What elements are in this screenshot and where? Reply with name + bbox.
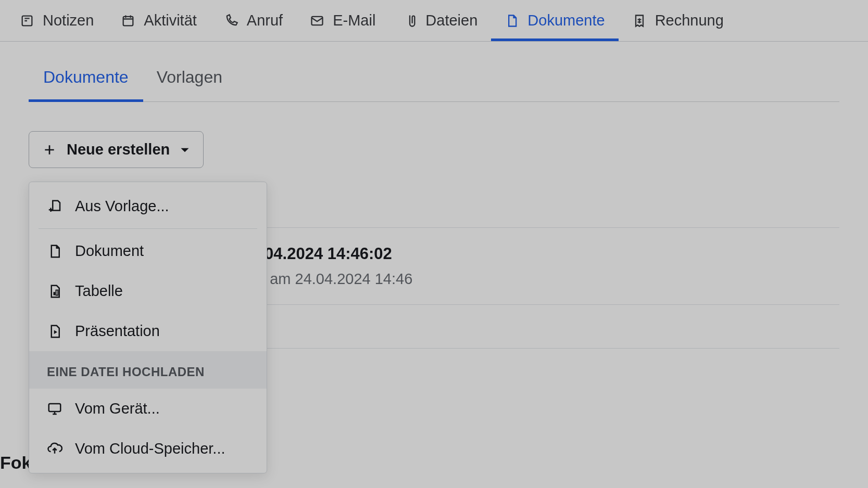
divider (39, 228, 257, 229)
phone-icon (224, 14, 238, 28)
doc-title: 24.04.2024 14:46:02 (242, 245, 839, 263)
upload-section-header: EINE DATEI HOCHLADEN (29, 351, 267, 389)
menu-document[interactable]: Dokument (29, 231, 267, 271)
tab-label: Dokumente (527, 12, 605, 29)
menu-from-cloud[interactable]: Vom Cloud-Speicher... (29, 429, 267, 469)
document-icon (505, 14, 519, 28)
cloud-upload-icon (47, 441, 62, 457)
menu-presentation[interactable]: Präsentation (29, 311, 267, 351)
mail-icon (310, 14, 324, 28)
svg-rect-1 (123, 16, 133, 25)
menu-from-template[interactable]: Aus Vorlage... (29, 186, 267, 226)
tab-call[interactable]: Anruf (210, 0, 296, 41)
tab-invoice[interactable]: Rechnung (619, 0, 737, 41)
tab-label: Anruf (247, 12, 283, 29)
menu-label: Tabelle (75, 282, 123, 300)
svg-rect-3 (54, 292, 56, 295)
chevron-down-icon (180, 145, 190, 155)
menu-from-device[interactable]: Vom Gerät... (29, 389, 267, 429)
tab-activity[interactable]: Aktivität (107, 0, 210, 41)
svg-rect-4 (56, 290, 58, 295)
create-new-button[interactable]: Neue erstellen (29, 131, 204, 168)
paperclip-icon (402, 14, 417, 28)
sub-tabs: Dokumente Vorlagen (29, 68, 839, 102)
menu-table[interactable]: Tabelle (29, 271, 267, 311)
subtab-label: Vorlagen (157, 68, 222, 86)
tab-label: Rechnung (655, 12, 724, 29)
tab-email[interactable]: E-Mail (296, 0, 389, 41)
tab-label: Notizen (43, 12, 94, 29)
menu-label: Vom Gerät... (75, 400, 160, 417)
subtab-documents[interactable]: Dokumente (43, 68, 129, 101)
tab-label: Dateien (425, 12, 477, 29)
presentation-icon (47, 324, 62, 339)
truncated-label: Fok (0, 453, 31, 473)
menu-label: Vom Cloud-Speicher... (75, 440, 225, 457)
table-icon (47, 284, 62, 299)
create-dropdown-menu: Aus Vorlage... Dokument Tabelle Präsenta… (29, 182, 267, 473)
menu-label: Präsentation (75, 323, 160, 340)
calendar-icon (121, 14, 135, 28)
menu-label: Dokument (75, 242, 144, 260)
tab-label: E-Mail (333, 12, 375, 29)
monitor-icon (47, 401, 62, 417)
tab-files[interactable]: Dateien (389, 0, 491, 41)
doc-meta: :53 (242, 322, 839, 339)
tab-label: Aktivität (144, 12, 197, 29)
subtab-templates[interactable]: Vorlagen (157, 68, 222, 101)
subtab-label: Dokumente (43, 68, 129, 86)
template-icon (47, 199, 62, 214)
svg-rect-5 (49, 404, 61, 412)
receipt-icon (632, 14, 647, 28)
doc-meta: tellt am 24.04.2024 14:46 (242, 271, 839, 288)
plus-icon (43, 143, 56, 157)
menu-label: Aus Vorlage... (75, 198, 169, 215)
tab-notes[interactable]: Notizen (6, 0, 107, 41)
tab-documents[interactable]: Dokumente (491, 0, 618, 41)
notes-icon (20, 14, 34, 28)
create-button-label: Neue erstellen (67, 141, 170, 158)
document-icon (47, 243, 62, 259)
main-tabs: Notizen Aktivität Anruf E-Mail Dateien D… (0, 0, 868, 42)
